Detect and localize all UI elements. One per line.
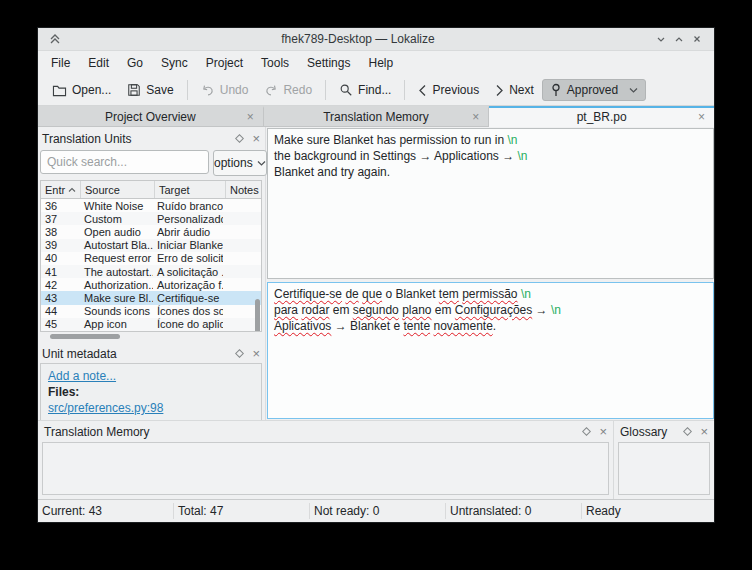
table-cell: Sounds icons bbox=[80, 305, 153, 317]
title-bar: fhek789-Desktop — Lokalize bbox=[38, 28, 714, 51]
table-cell: Autorização f... bbox=[153, 279, 223, 291]
float-panel-icon[interactable] bbox=[582, 427, 591, 436]
menu-item-file[interactable]: File bbox=[42, 53, 79, 73]
panel-title: Glossary bbox=[620, 425, 676, 439]
table-row[interactable]: 42Authorization...Autorização f... bbox=[41, 278, 261, 291]
newline-marker: \n bbox=[507, 133, 517, 147]
quick-search-input[interactable] bbox=[40, 150, 209, 174]
table-row[interactable]: 39Autostart Bla...Iniciar Blanke... bbox=[41, 239, 261, 252]
redo-icon bbox=[264, 84, 278, 97]
misspelled-word: para bbox=[274, 303, 298, 317]
horizontal-scrollbar-track bbox=[40, 332, 262, 341]
float-panel-icon[interactable] bbox=[235, 349, 244, 358]
status-untranslated: Untranslated: 0 bbox=[446, 503, 582, 519]
maximize-icon[interactable] bbox=[670, 31, 688, 47]
table-header-row: Entr Source Target Notes bbox=[41, 181, 261, 199]
table-cell: 36 bbox=[41, 200, 80, 212]
options-button[interactable]: options bbox=[213, 150, 267, 176]
table-row[interactable]: 44Sounds iconsÍcones dos so... bbox=[41, 305, 261, 318]
menu-item-edit[interactable]: Edit bbox=[79, 53, 118, 73]
save-button[interactable]: Save bbox=[119, 79, 181, 101]
table-row[interactable]: 40Request errorErro de solicit... bbox=[41, 252, 261, 265]
float-panel-icon[interactable] bbox=[235, 134, 244, 143]
toolbar-separator bbox=[404, 80, 405, 100]
panel-title: Translation Memory bbox=[44, 425, 575, 439]
column-header-target[interactable]: Target bbox=[155, 181, 226, 198]
menu-item-tools[interactable]: Tools bbox=[252, 53, 298, 73]
panel-title: Unit metadata bbox=[42, 347, 228, 361]
table-row[interactable]: 38Open audioAbrir áudio bbox=[41, 225, 261, 238]
menu-item-sync[interactable]: Sync bbox=[152, 53, 197, 73]
next-button[interactable]: Next bbox=[487, 79, 542, 101]
unit-metadata-header: Unit metadata × bbox=[40, 344, 262, 363]
close-panel-icon[interactable]: × bbox=[252, 347, 260, 360]
source-line: the background in Settings → Application… bbox=[274, 148, 707, 164]
tab-close-icon[interactable]: × bbox=[698, 111, 705, 123]
vertical-scrollbar[interactable] bbox=[255, 299, 260, 332]
panel-title: Translation Units bbox=[42, 132, 228, 146]
window-title: fhek789-Desktop — Lokalize bbox=[64, 32, 652, 46]
table-row[interactable]: 45App iconÍcone do aplic... bbox=[41, 318, 261, 331]
menu-item-help[interactable]: Help bbox=[359, 53, 402, 73]
table-cell: Certifique-se ... bbox=[153, 292, 223, 304]
close-panel-icon[interactable]: × bbox=[700, 425, 708, 438]
close-panel-icon[interactable]: × bbox=[599, 425, 607, 438]
menu-item-go[interactable]: Go bbox=[118, 53, 152, 73]
translation-memory-panel: Translation Memory × bbox=[38, 421, 613, 499]
misspelled-word: que bbox=[362, 287, 382, 301]
redo-button[interactable]: Redo bbox=[256, 79, 320, 101]
column-header-entry[interactable]: Entr bbox=[41, 181, 81, 198]
close-panel-icon[interactable]: × bbox=[252, 132, 260, 145]
table-cell: White Noise bbox=[80, 200, 153, 212]
minimize-icon[interactable] bbox=[652, 31, 670, 47]
table-cell: 44 bbox=[41, 305, 80, 317]
target-text-editor[interactable]: Certifique-se de que o Blanket tem permi… bbox=[267, 282, 714, 419]
tab-project-overview[interactable]: Project Overview × bbox=[38, 106, 264, 127]
tab-pt-br-po[interactable]: pt_BR.po × bbox=[489, 106, 714, 127]
misspelled-word: novamente bbox=[433, 319, 492, 333]
shade-icon[interactable] bbox=[46, 31, 64, 47]
table-row[interactable]: 37CustomPersonalizado bbox=[41, 212, 261, 225]
unit-metadata-panel: Unit metadata × Add a note... Files: src… bbox=[40, 344, 262, 420]
table-row[interactable]: 36White NoiseRuído branco bbox=[41, 199, 261, 212]
table-row[interactable]: 43Make sure Bl...Certifique-se ... bbox=[41, 291, 261, 304]
column-header-notes[interactable]: Notes bbox=[226, 181, 261, 198]
translation-memory-content bbox=[42, 442, 609, 495]
table-cell: 41 bbox=[41, 266, 80, 278]
target-line: Certifique-se de que o Blanket tem permi… bbox=[274, 286, 707, 302]
table-cell: The autostart... bbox=[80, 266, 153, 278]
find-button[interactable]: Find... bbox=[331, 79, 399, 101]
newline-marker: \n bbox=[521, 287, 531, 301]
table-row[interactable]: 41The autostart...A solicitação ... bbox=[41, 265, 261, 278]
horizontal-scrollbar[interactable] bbox=[50, 334, 120, 339]
newline-marker: \n bbox=[551, 303, 561, 317]
misspelled-word: segundo bbox=[353, 303, 399, 317]
status-state: Ready bbox=[582, 503, 714, 519]
close-icon[interactable] bbox=[688, 31, 706, 47]
table-cell: Personalizado bbox=[153, 213, 223, 225]
tab-close-icon[interactable]: × bbox=[472, 111, 479, 123]
table-cell: Open audio bbox=[80, 226, 153, 238]
column-header-source[interactable]: Source bbox=[81, 181, 155, 198]
misspelled-word: rodar bbox=[301, 303, 329, 317]
save-icon bbox=[127, 83, 141, 97]
table-cell: 37 bbox=[41, 213, 80, 225]
misspelled-word: de bbox=[345, 287, 358, 301]
undo-button[interactable]: Undo bbox=[193, 79, 257, 101]
menu-item-settings[interactable]: Settings bbox=[298, 53, 359, 73]
tab-bar: Project Overview × Translation Memory × … bbox=[38, 106, 714, 127]
open-button[interactable]: Open... bbox=[44, 79, 119, 101]
table-cell: Abrir áudio bbox=[153, 226, 223, 238]
table-cell: 43 bbox=[41, 292, 80, 304]
table-cell: Ícones dos so... bbox=[153, 305, 223, 317]
menu-item-project[interactable]: Project bbox=[197, 53, 252, 73]
sort-asc-icon bbox=[68, 187, 76, 193]
float-panel-icon[interactable] bbox=[683, 427, 692, 436]
approved-button[interactable]: Approved bbox=[542, 79, 646, 101]
tab-translation-memory[interactable]: Translation Memory × bbox=[264, 106, 490, 127]
file-link[interactable]: src/preferences.py:98 bbox=[48, 401, 163, 415]
tab-close-icon[interactable]: × bbox=[247, 111, 254, 123]
add-note-link[interactable]: Add a note... bbox=[48, 369, 116, 383]
target-line: para rodar em segundo plano em Configura… bbox=[274, 302, 707, 318]
previous-button[interactable]: Previous bbox=[410, 79, 487, 101]
